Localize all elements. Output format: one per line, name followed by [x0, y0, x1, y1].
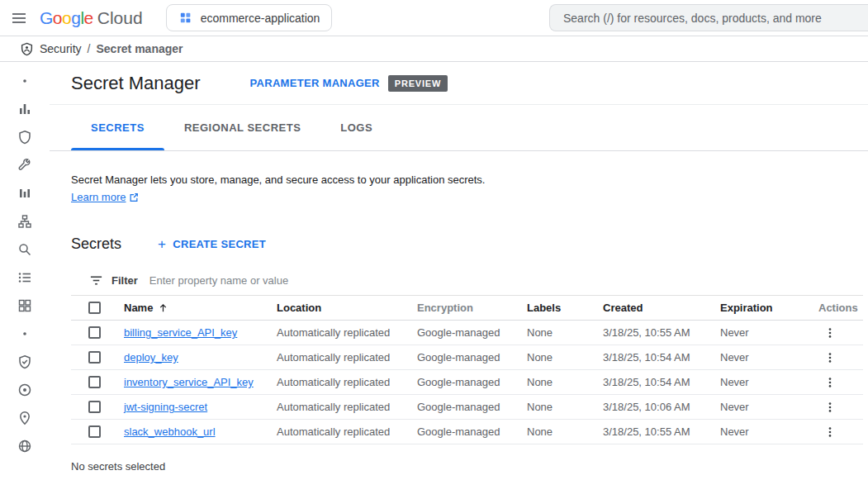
row-actions-menu-button[interactable] — [817, 371, 843, 394]
secret-expiration: Never — [720, 376, 813, 388]
secret-encryption: Google-managed — [417, 401, 527, 413]
policy-search-icon — [17, 242, 32, 257]
sidebar-item-9[interactable] — [10, 292, 40, 320]
secret-name-link[interactable]: deploy_key — [124, 351, 178, 364]
sidebar-item-1[interactable] — [10, 67, 40, 95]
preview-badge: PREVIEW — [388, 75, 448, 92]
table-row: slack_webhook_url Automatically replicat… — [71, 420, 863, 444]
shield-icon — [17, 130, 32, 145]
secret-name-link[interactable]: slack_webhook_url — [124, 425, 216, 438]
project-selector[interactable]: ecommerce-application — [166, 4, 333, 31]
hamburger-menu-button[interactable] — [0, 0, 38, 36]
secret-expiration: Never — [720, 326, 813, 339]
page-description: Secret Manager lets you store, manage, a… — [71, 172, 847, 188]
sidebar-item-4[interactable] — [10, 151, 40, 179]
secret-name-link[interactable]: inventory_service_API_key — [124, 376, 254, 388]
select-all-checkbox[interactable] — [88, 302, 101, 314]
dot-icon — [17, 74, 32, 88]
create-secret-label: CREATE SECRET — [173, 238, 266, 250]
logo-letter: G — [40, 8, 53, 28]
column-header-name[interactable]: Name — [124, 302, 277, 314]
parameter-manager-link[interactable]: PARAMETER MANAGER — [250, 77, 380, 89]
target-icon — [17, 383, 32, 397]
google-cloud-logo[interactable]: Google Cloud — [40, 8, 143, 28]
learn-more-link[interactable]: Learn more — [71, 189, 139, 206]
secrets-section-header: Secrets + CREATE SECRET — [71, 235, 847, 253]
project-icon — [178, 11, 192, 25]
sidebar-item-5[interactable] — [10, 179, 40, 207]
secrets-table: Filter Name Location Encryption Labels C… — [71, 266, 863, 444]
secret-name-link[interactable]: jwt-signing-secret — [124, 401, 207, 413]
shield-check-icon — [17, 354, 32, 369]
row-checkbox[interactable] — [88, 351, 101, 364]
tab-secrets[interactable]: SECRETS — [71, 105, 164, 150]
column-header-labels: Labels — [527, 302, 603, 314]
bars-icon — [17, 186, 32, 201]
main-content: Secret Manager PARAMETER MANAGER PREVIEW… — [50, 62, 868, 479]
sidebar-item-11[interactable] — [10, 348, 40, 376]
tab-regional-secrets[interactable]: REGIONAL SECRETS — [164, 105, 320, 150]
vertical-dots-icon — [823, 425, 837, 439]
selection-status: No secrets selected — [71, 460, 868, 473]
secret-created: 3/18/25, 10:54 AM — [603, 351, 720, 364]
plus-icon: + — [158, 237, 166, 251]
wrench-icon — [17, 158, 32, 173]
dot-icon — [17, 326, 32, 341]
secret-location: Automatically replicated — [277, 425, 417, 438]
tab-logs[interactable]: LOGS — [320, 105, 392, 150]
secret-labels: None — [527, 326, 603, 339]
network-icon — [17, 214, 32, 229]
create-secret-button[interactable]: + CREATE SECRET — [158, 237, 266, 251]
secret-created: 3/18/25, 10:06 AM — [603, 401, 720, 413]
logo-letter: e — [84, 8, 93, 28]
row-checkbox[interactable] — [88, 376, 101, 388]
filter-input[interactable] — [149, 274, 863, 287]
table-header-row: Name Location Encryption Labels Created … — [71, 296, 863, 321]
row-actions-menu-button[interactable] — [817, 396, 843, 419]
secrets-table-body: billing_service_API_key Automatically re… — [71, 321, 863, 444]
list-icon — [17, 270, 32, 285]
apps-grid-icon — [17, 298, 32, 313]
table-row: jwt-signing-secret Automatically replica… — [71, 395, 863, 420]
secret-expiration: Never — [720, 351, 813, 364]
tab-bar: SECRETS REGIONAL SECRETS LOGS — [50, 105, 868, 151]
column-header-encryption: Encryption — [417, 302, 527, 314]
equalizer-icon — [17, 102, 32, 116]
sidebar-item-8[interactable] — [10, 264, 40, 292]
sidebar-item-13[interactable] — [10, 404, 40, 432]
secret-location: Automatically replicated — [277, 401, 417, 413]
topbar: Google Cloud ecommerce-application — [0, 0, 868, 36]
sidebar-item-12[interactable] — [10, 376, 40, 404]
column-header-created: Created — [603, 302, 720, 314]
logo-letter: o — [62, 8, 71, 28]
secret-name-link[interactable]: billing_service_API_key — [124, 326, 237, 339]
row-actions-menu-button[interactable] — [817, 346, 843, 369]
sidebar-item-14[interactable] — [10, 432, 40, 460]
sidebar-item-6[interactable] — [10, 207, 40, 235]
sidebar-item-3[interactable] — [10, 123, 40, 151]
row-actions-menu-button[interactable] — [817, 421, 843, 444]
sidebar-item-10[interactable] — [10, 320, 40, 348]
secret-location: Automatically replicated — [277, 351, 417, 364]
logo-letter: g — [71, 8, 80, 28]
table-row: deploy_key Automatically replicated Goog… — [71, 345, 863, 370]
learn-more-label: Learn more — [71, 189, 126, 206]
sidebar-item-7[interactable] — [10, 235, 40, 264]
external-link-icon — [129, 192, 139, 202]
marker-icon — [17, 411, 32, 425]
hamburger-icon — [12, 11, 26, 26]
breadcrumb-current-page: Secret manager — [96, 42, 183, 55]
name-header-label: Name — [124, 302, 153, 314]
row-checkbox[interactable] — [88, 401, 101, 413]
search-box[interactable] — [549, 4, 868, 31]
row-checkbox[interactable] — [88, 425, 101, 438]
breadcrumb-security-link[interactable]: Security — [40, 42, 82, 55]
secret-encryption: Google-managed — [417, 376, 527, 388]
table-row: billing_service_API_key Automatically re… — [71, 321, 863, 345]
row-checkbox[interactable] — [88, 326, 101, 339]
row-actions-menu-button[interactable] — [817, 321, 843, 345]
page-header: Secret Manager PARAMETER MANAGER PREVIEW — [50, 62, 868, 105]
secret-created: 3/18/25, 10:55 AM — [603, 425, 720, 438]
sidebar-item-2[interactable] — [10, 95, 40, 123]
search-input[interactable] — [563, 12, 868, 25]
